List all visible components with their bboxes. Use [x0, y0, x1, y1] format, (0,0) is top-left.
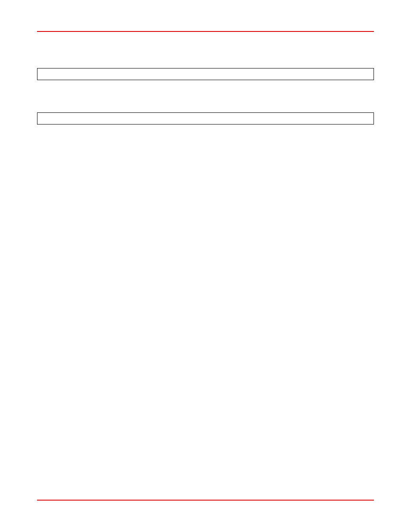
text-box-1	[37, 68, 374, 80]
top-horizontal-rule	[37, 31, 374, 32]
text-box-2	[37, 112, 374, 124]
bottom-horizontal-rule	[37, 500, 374, 501]
